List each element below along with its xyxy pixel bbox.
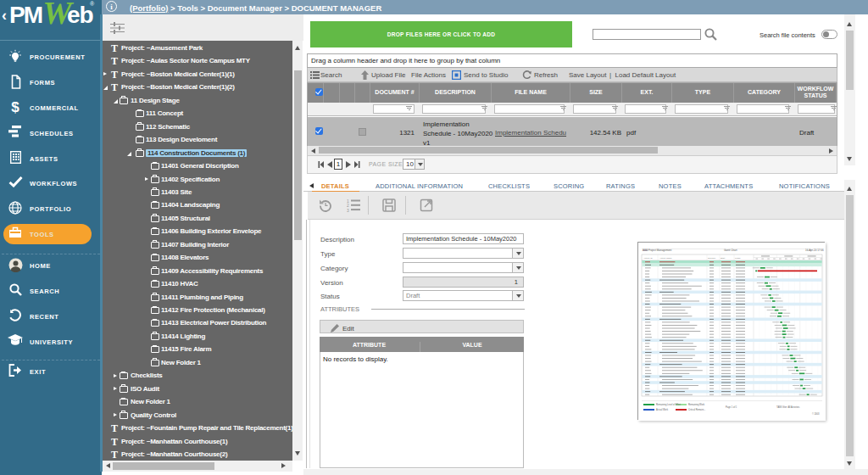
svg-text:Activity Name: Activity Name	[659, 257, 672, 260]
svg-text:3: 3	[347, 208, 349, 213]
svg-text:© 2003: © 2003	[812, 412, 820, 416]
svg-text:Finish: Finish	[735, 257, 741, 260]
svg-text:Actual Work: Actual Work	[656, 408, 669, 411]
svg-text:Activity ID: Activity ID	[643, 257, 653, 260]
svg-text:Critical Remaini...: Critical Remaini...	[688, 408, 706, 411]
svg-text:Page 1 of 1: Page 1 of 1	[726, 405, 737, 409]
svg-text:Orig Dur: Orig Dur	[708, 257, 715, 260]
svg-text:Remaining Level of Effort: Remaining Level of Effort	[656, 403, 681, 406]
svg-text:Remaining Work: Remaining Work	[688, 403, 705, 406]
svg-text:Start: Start	[721, 257, 725, 260]
svg-text:TASK filter: All Activities: TASK filter: All Activities	[776, 405, 800, 409]
